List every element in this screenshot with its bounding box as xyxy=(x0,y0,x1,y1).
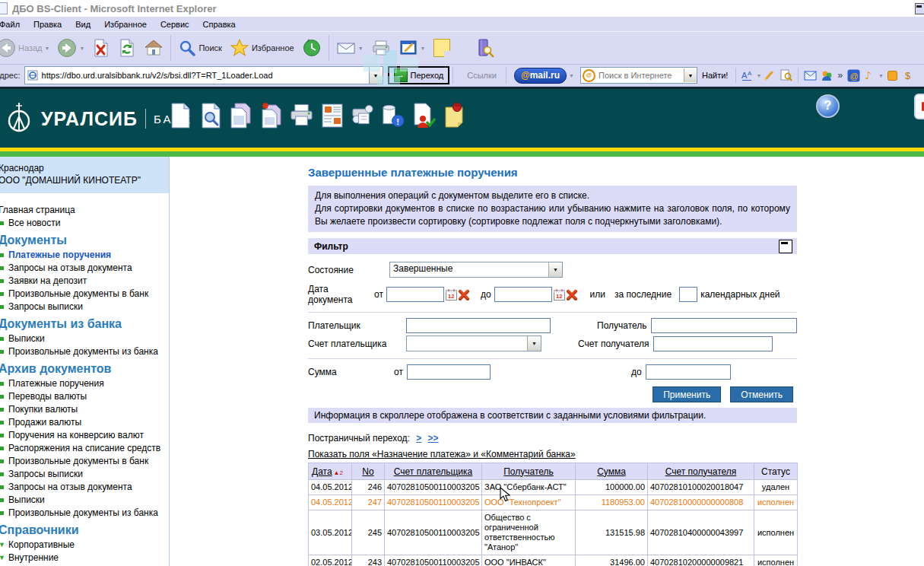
last-page-link[interactable]: >> xyxy=(428,433,439,444)
print-button[interactable] xyxy=(367,33,395,62)
apply-button[interactable]: Применить xyxy=(653,386,721,402)
sidebar-item[interactable]: Покупки валюты xyxy=(0,403,166,416)
forward-button[interactable]: ▼ xyxy=(53,33,88,62)
mailru-money-icon[interactable]: $ xyxy=(902,68,916,82)
payee-account-input[interactable] xyxy=(653,336,773,351)
show-fields-link[interactable]: Показать поля «Назначение платежа» и «Ко… xyxy=(308,449,576,459)
state-select[interactable]: Завершенные ▼ xyxy=(389,262,563,278)
sidebar-item[interactable]: Произвольные документы в банк xyxy=(0,288,166,300)
date-from-input[interactable] xyxy=(386,287,444,302)
confirm-document-icon[interactable] xyxy=(411,101,436,130)
view-document-icon[interactable] xyxy=(198,101,223,130)
menu-item-4[interactable]: Сервис xyxy=(154,18,196,30)
sidebar-item[interactable]: Распоряжения на списание средств xyxy=(0,442,166,455)
address-input[interactable] xyxy=(40,70,369,81)
table-row[interactable]: 04.05.201224640702810500110003205ЗАО "Сб… xyxy=(309,480,798,495)
music-dropdown-icon[interactable]: ▼ xyxy=(878,73,884,78)
sidebar-item[interactable]: Платежные поручения xyxy=(0,249,166,262)
sidebar-item[interactable]: Платежные поручения xyxy=(0,377,166,390)
print-register-icon[interactable] xyxy=(319,101,345,130)
table-row[interactable]: 04.05.201224740702810500110003205ООО "Те… xyxy=(309,495,798,510)
minimize-button[interactable] xyxy=(915,3,924,14)
sidebar-item[interactable]: Все новости xyxy=(0,217,166,230)
print-stamp-icon[interactable] xyxy=(350,101,375,130)
sidebar-item[interactable]: Переводы валюты xyxy=(0,390,166,403)
sidebar-item[interactable]: Произвольные документы в банк xyxy=(0,455,166,468)
amount-from-input[interactable] xyxy=(407,364,491,380)
back-button[interactable]: Назад ▼ xyxy=(0,33,53,62)
mailru-dropdown-icon[interactable]: ▼ xyxy=(569,73,574,78)
table-row[interactable]: 03.05.201224540702810500110003205Обществ… xyxy=(309,510,798,555)
search-button[interactable]: Поиск xyxy=(174,33,225,62)
sidebar-item[interactable]: ▼Корпоративные xyxy=(0,539,166,552)
date-to-calendar-icon[interactable]: 12 xyxy=(554,289,565,300)
edit-dropdown-icon[interactable]: ▼ xyxy=(421,46,426,51)
mailru-music-icon[interactable]: ♪ xyxy=(863,68,877,82)
mailru-mail-icon[interactable] xyxy=(803,68,817,82)
refresh-button[interactable] xyxy=(114,33,140,62)
notes-button[interactable] xyxy=(430,33,454,62)
highlighter-icon[interactable] xyxy=(763,68,776,82)
toolbar-overflow-chevron[interactable]: » xyxy=(837,70,843,81)
sidebar-item[interactable]: Главная страница xyxy=(0,204,166,217)
payer-input[interactable] xyxy=(406,318,551,333)
copy-document-icon[interactable] xyxy=(228,101,253,130)
sidebar-item[interactable]: Поручения на конверсию валют xyxy=(0,429,166,442)
sidebar-item[interactable]: Запросы выписки xyxy=(0,468,166,481)
stop-button[interactable] xyxy=(88,33,114,62)
mailru-search-input[interactable] xyxy=(597,70,684,81)
date-from-calendar-icon[interactable]: 12 xyxy=(446,289,457,300)
document-status-icon[interactable]: ! xyxy=(380,101,405,130)
notes-seal-icon[interactable] xyxy=(441,101,466,130)
back-dropdown-icon[interactable]: ▼ xyxy=(45,46,50,51)
font-size-dropdown-icon[interactable]: ▼ xyxy=(756,73,761,78)
mailru-orange-icon[interactable] xyxy=(885,68,899,82)
sidebar-item[interactable]: Продажи валюты xyxy=(0,416,166,429)
mail-button[interactable]: ▼ xyxy=(332,33,367,62)
go-button[interactable]: → Переход xyxy=(388,66,450,84)
payee-input[interactable] xyxy=(651,318,797,333)
sidebar-item[interactable]: Произвольные документы из банка xyxy=(0,507,166,520)
new-from-template-icon[interactable] xyxy=(259,101,284,130)
sidebar-item[interactable]: Выписки xyxy=(0,332,166,345)
sidebar-item[interactable]: Произвольные документы из банка xyxy=(0,345,166,358)
sidebar-item[interactable]: ▼Внутренние xyxy=(0,552,166,564)
menu-item-3[interactable]: Избранное xyxy=(97,18,154,30)
column-header-4[interactable]: Сумма xyxy=(576,463,648,480)
column-header-5[interactable]: Счет получателя xyxy=(648,463,754,480)
find-on-page-icon[interactable] xyxy=(780,68,793,82)
home-button[interactable] xyxy=(140,33,167,62)
history-button[interactable] xyxy=(298,33,325,62)
mailru-search-dropdown-icon[interactable]: ▼ xyxy=(684,68,697,82)
mail-dropdown-icon[interactable]: ▼ xyxy=(358,46,364,51)
table-row[interactable]: 02.05.201224340702810500110003205ООО "ИН… xyxy=(309,555,798,566)
exit-button[interactable] xyxy=(914,94,924,119)
research-button[interactable] xyxy=(471,33,498,62)
sidebar-item[interactable]: Запросы выписки xyxy=(0,300,166,313)
favorites-button[interactable]: Избранное xyxy=(226,33,298,62)
collapse-filter-button[interactable] xyxy=(779,240,792,253)
mailru-logo-button[interactable]: @mail.ru xyxy=(514,68,567,84)
cancel-button[interactable]: Отменить xyxy=(730,386,793,402)
next-page-link[interactable]: > xyxy=(416,433,421,444)
payer-account-select[interactable]: ▼ xyxy=(406,335,541,351)
column-header-2[interactable]: Счет плательщика xyxy=(385,463,482,480)
amount-to-input[interactable] xyxy=(646,364,731,380)
mailru-agent-icon[interactable] xyxy=(820,68,834,82)
help-button[interactable]: ? xyxy=(816,94,840,118)
date-from-clear-icon[interactable] xyxy=(459,289,470,300)
column-header-3[interactable]: Получатель xyxy=(482,463,576,480)
forward-dropdown-icon[interactable]: ▼ xyxy=(79,46,84,51)
links-label[interactable]: Ссылки xyxy=(467,71,497,80)
sidebar-item[interactable]: Запросы на отзыв документа xyxy=(0,481,166,494)
column-header-1[interactable]: No xyxy=(352,463,385,480)
menu-item-0[interactable]: Файл xyxy=(0,18,27,30)
sidebar-item[interactable]: Запросы на отзыв документа xyxy=(0,262,166,275)
date-to-clear-icon[interactable] xyxy=(567,289,578,300)
address-dropdown-icon[interactable]: ▼ xyxy=(370,66,383,84)
last-days-input[interactable] xyxy=(679,287,697,302)
sidebar-item[interactable]: Заявки на депозит xyxy=(0,275,166,288)
font-size-icon[interactable]: AA xyxy=(741,68,754,82)
sidebar-item[interactable]: Выписки xyxy=(0,494,166,507)
menu-item-1[interactable]: Правка xyxy=(27,18,68,30)
